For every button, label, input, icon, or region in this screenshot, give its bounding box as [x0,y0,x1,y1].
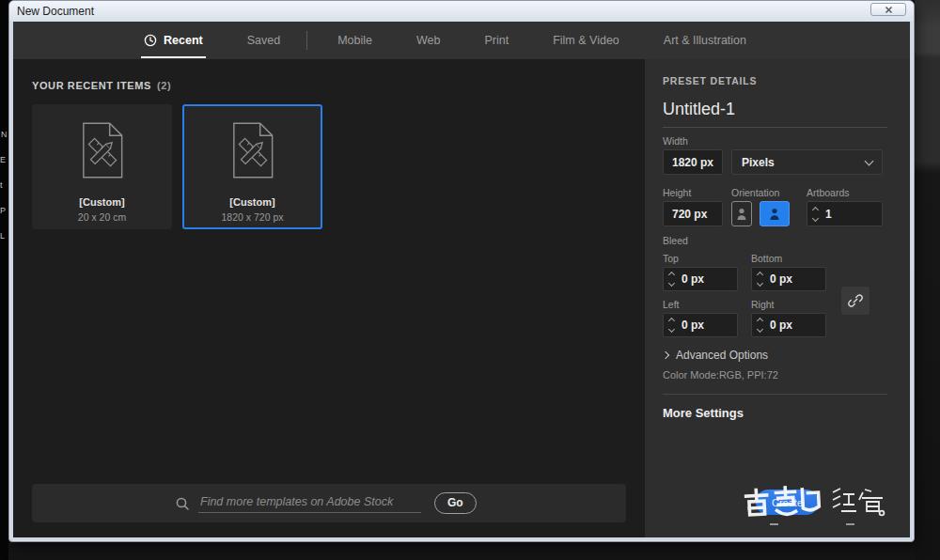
chevron-up-icon [812,206,819,212]
tab-label: Saved [247,34,280,47]
background-app-edge: N E t P L [0,0,8,560]
recent-item-name: [Custom] [184,196,321,208]
orientation-portrait-button[interactable] [731,201,752,226]
width-field[interactable]: 1820 px [663,149,723,175]
more-settings-button[interactable]: More Settings [663,406,744,420]
bleed-right-stepper[interactable] [758,319,762,332]
preset-details-panel: PRESET DETAILS Untitled-1 Width 1820 px … [645,59,910,537]
landscape-icon [769,207,780,222]
units-value: Pixels [742,156,775,169]
tab-label: Mobile [337,34,372,47]
bleed-bottom-value: 0 px [770,272,792,286]
dialog-title: New Document [17,5,94,18]
bleed-link-button[interactable] [841,287,870,315]
recent-items-count: (2) [157,80,171,91]
dialog-titlebar: New Document [9,1,914,22]
advanced-options-toggle[interactable]: Advanced Options [663,349,768,362]
watermark-dash [846,523,854,525]
bleed-left-label: Left [663,299,680,310]
units-dropdown[interactable]: Pixels [731,149,883,175]
link-icon [848,293,863,308]
artboards-field[interactable]: 1 [807,201,883,226]
tab-label: Print [484,34,509,47]
tab-art-illustration[interactable]: Art & Illustration [664,34,746,47]
bleed-label: Bleed [663,235,688,246]
bleed-right-field[interactable]: 0 px [751,313,826,337]
preset-details-heading: PRESET DETAILS [663,75,757,86]
artboards-stepper[interactable] [813,208,818,221]
recent-item-dimensions: 1820 x 720 px [184,211,321,223]
recent-item-dimensions: 20 x 20 cm [34,211,170,223]
magnifier-icon [175,496,190,511]
tab-recent[interactable]: Recent [144,34,203,47]
tab-print[interactable]: Print [484,34,509,47]
recent-items-heading: YOUR RECENT ITEMS(2) [32,80,171,91]
bleed-left-value: 0 px [682,319,704,332]
advanced-options-label: Advanced Options [676,349,768,362]
bleed-right-label: Right [751,299,775,310]
orientation-landscape-button[interactable] [760,201,790,226]
recent-item-card-selected[interactable]: [Custom] 1820 x 720 px [182,104,322,229]
height-field[interactable]: 720 px [663,201,723,226]
chevron-down-icon [668,280,675,287]
close-icon [885,6,893,14]
jingyan-watermark [829,484,887,520]
bleed-top-field[interactable]: 0 px [663,267,738,291]
width-value: 1820 px [672,156,713,169]
tab-label: Art & Illustration [664,34,746,47]
tab-label: Film & Video [553,34,619,47]
category-tabbar: Recent Saved Mobile Web Print Film & Vid… [13,22,910,59]
bleed-top-label: Top [663,253,679,264]
tab-film-video[interactable]: Film & Video [553,34,619,47]
dialog-body: YOUR RECENT ITEMS(2) [13,59,910,537]
bleed-left-field[interactable]: 0 px [663,313,738,337]
chevron-down-icon [757,326,763,333]
recent-item-name: [Custom] [34,196,170,208]
tab-web[interactable]: Web [416,34,440,47]
bleed-bottom-stepper[interactable] [758,272,762,286]
chevron-up-icon [757,272,763,278]
clock-icon [144,34,157,47]
chevron-up-icon [757,318,763,324]
height-label: Height [663,187,691,198]
document-name-input[interactable]: Untitled-1 [663,100,735,119]
tab-label: Web [416,34,440,47]
tab-saved[interactable]: Saved [247,34,280,47]
tab-mobile[interactable]: Mobile [337,34,372,47]
adobe-stock-searchbar: Go [32,484,626,522]
recent-items-heading-text: YOUR RECENT ITEMS [32,80,151,91]
bleed-left-stepper[interactable] [669,319,674,332]
bleed-top-value: 0 px [682,272,704,286]
go-button[interactable]: Go [434,492,477,514]
portrait-icon [736,207,747,222]
chevron-down-icon [757,280,763,287]
name-divider [663,127,887,128]
screen: N E t P L New Document Recent [0,0,940,560]
tab-label: Recent [164,34,203,47]
stock-search-input[interactable] [198,493,421,513]
chevron-right-icon [662,351,669,359]
chevron-down-icon [812,214,819,221]
recent-items-list: [Custom] 20 x 20 cm [32,104,322,229]
create-button[interactable]: Create [756,490,819,515]
recent-items-area: YOUR RECENT ITEMS(2) [13,59,645,537]
background-app-right [915,0,940,560]
artboards-value: 1 [825,208,832,221]
bleed-bottom-label: Bottom [751,253,782,264]
document-template-icon [230,120,275,180]
chevron-up-icon [668,272,675,278]
chevron-up-icon [668,318,675,324]
recent-item-card[interactable]: [Custom] 20 x 20 cm [32,104,172,229]
close-button[interactable] [870,3,906,16]
bleed-bottom-field[interactable]: 0 px [751,267,826,291]
dialog-content: Recent Saved Mobile Web Print Film & Vid… [13,22,910,537]
bleed-top-stepper[interactable] [669,272,674,286]
orientation-label: Orientation [731,187,779,198]
width-label: Width [663,135,688,147]
watermark-dash [770,523,778,525]
artboards-label: Artboards [807,187,850,198]
panel-divider [663,394,887,395]
new-document-dialog: New Document Recent Saved [8,0,915,542]
height-value: 720 px [672,208,707,221]
document-template-icon [80,120,125,180]
